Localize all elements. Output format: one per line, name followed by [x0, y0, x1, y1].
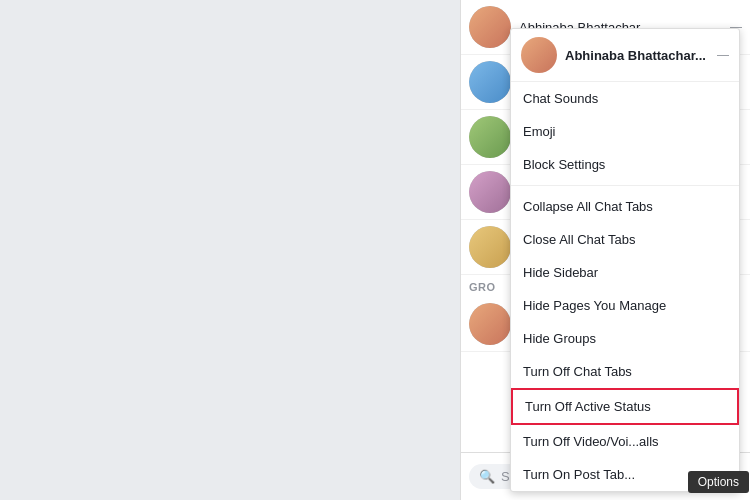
avatar — [469, 303, 511, 345]
menu-item-turn-off-active-status[interactable]: Turn Off Active Status ➤ — [511, 388, 739, 425]
menu-item-collapse-all[interactable]: Collapse All Chat Tabs — [511, 190, 739, 223]
menu-item-hide-pages[interactable]: Hide Pages You Manage — [511, 289, 739, 322]
menu-item-turn-off-chat-tabs[interactable]: Turn Off Chat Tabs — [511, 355, 739, 388]
avatar — [469, 61, 511, 103]
menu-item-emoji[interactable]: Emoji — [511, 115, 739, 148]
menu-item-block-settings[interactable]: Block Settings — [511, 148, 739, 181]
main-background — [0, 0, 460, 500]
menu-item-hide-groups[interactable]: Hide Groups — [511, 322, 739, 355]
options-tooltip: Options — [688, 471, 749, 493]
dropdown-collapse-arrow: — — [717, 48, 729, 62]
avatar — [469, 6, 511, 48]
avatar — [469, 226, 511, 268]
dropdown-menu: Abhinaba Bhattachar... — Chat Sounds Emo… — [510, 28, 740, 492]
menu-item-turn-on-post-tab[interactable]: Turn On Post Tab... Options — [511, 458, 739, 491]
avatar — [469, 171, 511, 213]
menu-item-chat-sounds[interactable]: Chat Sounds — [511, 82, 739, 115]
menu-item-close-all[interactable]: Close All Chat Tabs — [511, 223, 739, 256]
menu-item-hide-sidebar[interactable]: Hide Sidebar — [511, 256, 739, 289]
search-icon: 🔍 — [479, 469, 495, 484]
dropdown-user-name: Abhinaba Bhattachar... — [565, 48, 717, 63]
menu-item-turn-off-video[interactable]: Turn Off Video/Voi...alls — [511, 425, 739, 458]
menu-divider — [511, 185, 739, 186]
avatar — [469, 116, 511, 158]
dropdown-user-avatar — [521, 37, 557, 73]
dropdown-user-header: Abhinaba Bhattachar... — — [511, 29, 739, 82]
